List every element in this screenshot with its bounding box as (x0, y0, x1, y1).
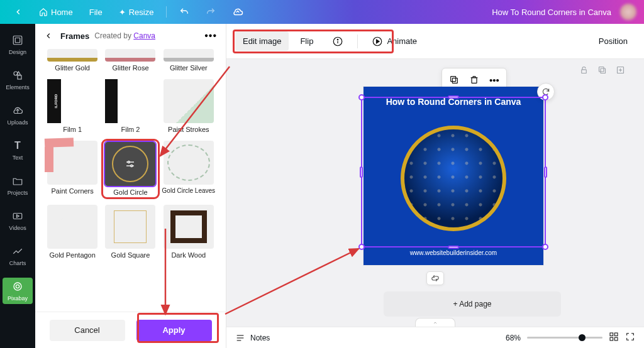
resize-handle-r[interactable] (544, 166, 547, 178)
page-actions (579, 65, 625, 77)
animate-icon (372, 36, 383, 47)
zoom-controls: 68% (506, 332, 635, 344)
divider (357, 35, 358, 48)
user-avatar[interactable] (620, 4, 636, 20)
frame-item-glitter-gold[interactable]: Glitter Gold (45, 49, 99, 72)
copy-icon[interactable] (445, 71, 464, 89)
sidebar-item-text[interactable]: TText (3, 137, 33, 163)
transition-icon[interactable] (426, 271, 444, 285)
resize-handle-l[interactable] (360, 166, 363, 178)
sparkle-icon: ✦ (119, 8, 126, 17)
frame-item-film1[interactable]: Film 1 (45, 79, 99, 133)
edit-image-button[interactable]: Edit image (235, 31, 289, 51)
flip-button[interactable]: Flip (292, 31, 321, 51)
frame-item-film2[interactable]: Film 2 (103, 79, 157, 133)
thumb-paint-strokes (164, 79, 214, 123)
svg-rect-18 (582, 70, 587, 73)
svg-rect-26 (472, 78, 477, 84)
home-button[interactable]: Home (33, 4, 79, 21)
svg-rect-19 (601, 68, 606, 73)
cloud-sync-icon[interactable] (226, 3, 250, 21)
svg-marker-17 (377, 40, 380, 43)
thumb-film1 (47, 79, 97, 123)
frame-item-paint-corners[interactable]: Paint Corners (45, 141, 99, 197)
frames-grid: Glitter Gold Glitter Rose Glitter Silver… (35, 46, 226, 312)
frame-item-glitter-rose[interactable]: Glitter Rose (103, 49, 157, 72)
bottom-bar: Notes 68% (226, 327, 644, 348)
frame-item-gold-circle-leaves[interactable]: Gold Circle Leaves (162, 141, 216, 197)
charts-icon (11, 245, 24, 258)
animate-button[interactable]: Animate (364, 31, 425, 52)
resize-handle-b[interactable] (448, 246, 459, 249)
panel-back-button[interactable] (44, 30, 55, 41)
redo-button[interactable] (199, 3, 222, 21)
resize-handle-br[interactable] (542, 244, 548, 250)
selection-box[interactable] (361, 97, 546, 247)
panel-title: Frames (60, 31, 89, 41)
svg-rect-25 (451, 77, 456, 82)
thumb-glitter-rose (105, 49, 155, 62)
notes-icon (235, 333, 245, 343)
back-arrow-button[interactable] (8, 4, 29, 20)
resize-handle-t[interactable] (448, 95, 459, 99)
thumb-glitter-gold (47, 49, 97, 62)
zoom-slider[interactable] (527, 337, 602, 339)
position-button[interactable]: Position (591, 31, 635, 51)
sidebar-item-elements[interactable]: Elements (3, 67, 33, 93)
left-sidebar: Design Elements Uploads TText Projects V… (0, 24, 35, 348)
context-toolbar: Edit image Flip Animate Position (226, 24, 644, 59)
zoom-slider-knob[interactable] (579, 334, 586, 341)
add-page-icon[interactable] (616, 65, 625, 77)
sidebar-item-design[interactable]: Design (3, 31, 33, 58)
frame-item-paint-strokes[interactable]: Paint Strokes (162, 79, 216, 133)
undo-button[interactable] (173, 3, 196, 21)
resize-handle-tl[interactable] (358, 94, 365, 101)
lock-icon[interactable] (579, 65, 589, 77)
frame-item-gold-circle[interactable]: Gold Circle (103, 141, 157, 197)
svg-point-8 (14, 283, 21, 290)
panel-header: Frames Created by Canva ••• (35, 24, 226, 46)
cancel-button[interactable]: Cancel (50, 320, 125, 341)
created-by-link[interactable]: Canva (133, 31, 155, 40)
element-more-icon[interactable]: ••• (485, 71, 504, 89)
text-icon: T (11, 139, 24, 152)
sidebar-item-uploads[interactable]: Uploads (3, 102, 33, 128)
info-icon (332, 36, 343, 47)
sidebar-item-charts[interactable]: Charts (3, 242, 33, 269)
duplicate-icon[interactable] (597, 65, 607, 77)
svg-rect-30 (610, 333, 613, 336)
svg-rect-32 (610, 337, 613, 340)
svg-rect-1 (15, 38, 20, 43)
frame-item-dark-wood[interactable]: Dark Wood (162, 205, 216, 259)
apply-button[interactable]: Apply (136, 320, 212, 341)
pixabay-icon (11, 280, 24, 293)
svg-rect-33 (614, 337, 618, 340)
fullscreen-icon[interactable] (625, 332, 635, 344)
sidebar-item-projects[interactable]: Projects (3, 172, 33, 198)
add-page-button[interactable]: + Add page (384, 291, 561, 317)
grid-view-icon[interactable] (609, 332, 619, 344)
frames-panel: Frames Created by Canva ••• Glitter Gold… (35, 24, 226, 348)
zoom-value[interactable]: 68% (506, 334, 521, 342)
frame-item-glitter-silver[interactable]: Glitter Silver (162, 49, 216, 72)
document-title[interactable]: How To Round Corners in Canva (492, 8, 611, 17)
delete-icon[interactable] (465, 71, 484, 89)
sidebar-item-pixabay[interactable]: Pixabay (3, 278, 33, 304)
home-label: Home (51, 8, 73, 17)
resize-menu[interactable]: ✦ Resize (113, 4, 160, 21)
page-drawer-handle[interactable] (415, 318, 455, 327)
thumb-gold-circle (105, 142, 155, 186)
frame-item-gold-pentagon[interactable]: Gold Pentagon (45, 205, 99, 259)
sidebar-item-videos[interactable]: Videos (3, 207, 33, 234)
frame-item-gold-square[interactable]: Gold Square (103, 205, 157, 259)
resize-handle-bl[interactable] (358, 244, 365, 250)
svg-rect-31 (614, 333, 618, 336)
thumb-gold-square (105, 205, 155, 249)
file-menu[interactable]: File (83, 4, 109, 21)
panel-more-button[interactable]: ••• (204, 30, 217, 41)
canvas-stage[interactable]: ••• How to Round Corners in Canva www.we… (226, 59, 644, 327)
notes-button[interactable]: Notes (235, 333, 270, 343)
svg-rect-0 (13, 36, 22, 45)
info-button[interactable] (325, 31, 351, 52)
resize-handle-tr[interactable] (542, 94, 548, 101)
